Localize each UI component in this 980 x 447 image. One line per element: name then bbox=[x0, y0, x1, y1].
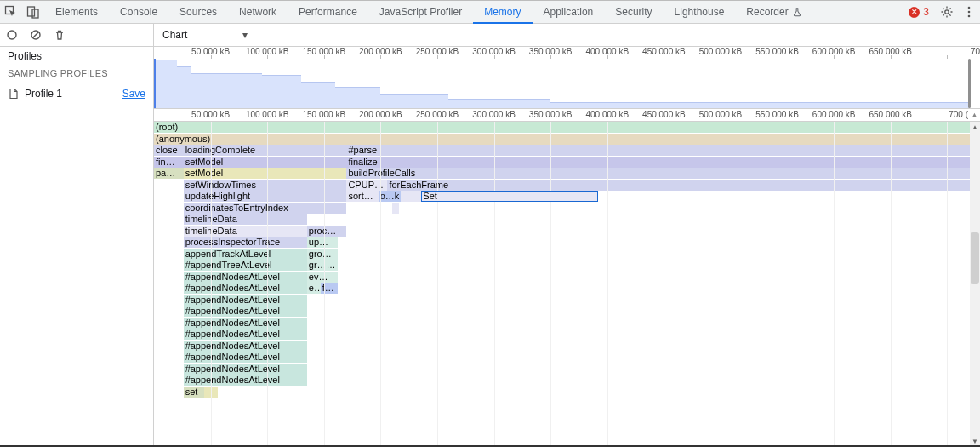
tab-application[interactable]: Application bbox=[533, 1, 605, 24]
flame-frame[interactable]: #appendNodesAtLevel bbox=[184, 352, 307, 363]
settings-gear-icon[interactable] bbox=[936, 1, 958, 23]
sidebar-header: Profiles bbox=[0, 47, 153, 66]
flame-chart[interactable]: (root)(anonymous)closeloadingComplete#pa… bbox=[154, 122, 980, 446]
flame-frame[interactable] bbox=[401, 191, 421, 202]
ruler-tick: 70 bbox=[971, 47, 980, 56]
flame-frame[interactable]: coordinatesToEntryIndex bbox=[184, 203, 347, 214]
flame-frame[interactable]: #appendNodesAtLevel bbox=[184, 329, 307, 340]
flame-frame[interactable]: o…k bbox=[379, 191, 402, 202]
scrollbar-thumb[interactable] bbox=[971, 232, 979, 284]
ruler-tick: 200 000 kB bbox=[359, 110, 402, 119]
panel-tabs: ElementsConsoleSourcesNetworkPerformance… bbox=[44, 1, 813, 23]
record-button[interactable] bbox=[0, 29, 24, 41]
flame-frame[interactable]: ev…ew bbox=[307, 272, 338, 283]
overview-handle[interactable] bbox=[968, 59, 971, 108]
more-menu-icon[interactable] bbox=[958, 1, 980, 23]
tab-console[interactable]: Console bbox=[109, 1, 168, 24]
tab-label: Memory bbox=[484, 6, 521, 18]
tab-javascript-profiler[interactable]: JavaScript Profiler bbox=[368, 1, 473, 24]
flame-frame[interactable]: (anonymous) bbox=[154, 134, 970, 145]
tab-performance[interactable]: Performance bbox=[288, 1, 368, 24]
tab-label: Elements bbox=[55, 6, 98, 18]
ruler-tick: 500 000 kB bbox=[699, 110, 743, 119]
device-toolbar-icon[interactable] bbox=[22, 1, 44, 23]
tab-network[interactable]: Network bbox=[228, 1, 288, 24]
flame-frame[interactable]: gro…ts bbox=[307, 249, 338, 260]
flame-frame[interactable]: set bbox=[184, 387, 204, 398]
flame-frame[interactable]: (root) bbox=[154, 122, 970, 133]
flame-ruler: 50 000 kB100 000 kB150 000 kB200 000 kB2… bbox=[154, 109, 980, 122]
flame-frame[interactable]: processInspectorTrace bbox=[184, 237, 307, 248]
flame-frame[interactable]: #parse bbox=[346, 145, 970, 156]
ruler-tick: 400 000 kB bbox=[585, 110, 629, 119]
overview-pane[interactable]: 50 000 kB100 000 kB150 000 kB200 000 kB2… bbox=[154, 47, 980, 109]
flame-frame[interactable]: #appendNodesAtLevel bbox=[184, 341, 307, 352]
flame-frame[interactable]: timelineData bbox=[184, 226, 307, 237]
flame-frame[interactable]: CPUP…del bbox=[346, 180, 387, 191]
flame-frame[interactable]: up…up bbox=[307, 237, 338, 248]
save-profile-link[interactable]: Save bbox=[122, 88, 145, 100]
tab-sources[interactable]: Sources bbox=[168, 1, 228, 24]
flame-frame[interactable]: #appendNodesAtLevel bbox=[184, 375, 307, 386]
flame-frame[interactable]: #appendNodesAtLevel bbox=[184, 283, 307, 294]
flame-frame[interactable]: sort…ples bbox=[346, 191, 378, 202]
flame-frame[interactable]: e… bbox=[307, 283, 321, 294]
flame-frame[interactable] bbox=[392, 203, 399, 214]
flame-frame[interactable]: gr…ew bbox=[307, 260, 338, 271]
overview-bar bbox=[262, 75, 302, 108]
tab-security[interactable]: Security bbox=[604, 1, 663, 24]
flame-frame[interactable]: appendTrackAtLevel bbox=[184, 249, 307, 260]
flame-frame[interactable]: #appendTreeAtLevel bbox=[184, 260, 307, 271]
flame-frame[interactable]: fin…ce bbox=[154, 157, 184, 168]
flame-frame[interactable]: #appendNodesAtLevel bbox=[184, 306, 307, 317]
ruler-tick: 250 000 kB bbox=[416, 110, 459, 119]
flame-frame[interactable]: f…r bbox=[321, 283, 338, 294]
view-select[interactable]: Chart ▾ bbox=[159, 26, 251, 43]
flame-frame[interactable]: timelineData bbox=[184, 214, 307, 225]
flame-frame[interactable]: setModel bbox=[184, 168, 347, 179]
tab-label: Recorder bbox=[746, 6, 788, 18]
flame-frame[interactable]: updateHighlight bbox=[184, 191, 347, 202]
flame-frame[interactable]: finalize bbox=[346, 157, 970, 168]
ruler-tick: 700 ( bbox=[949, 110, 968, 119]
delete-profile-button[interactable] bbox=[48, 29, 71, 41]
view-select-value: Chart bbox=[162, 29, 187, 41]
inspect-element-icon[interactable] bbox=[0, 1, 22, 23]
clear-button[interactable] bbox=[24, 29, 48, 41]
flame-frame[interactable]: #appendNodesAtLevel bbox=[184, 364, 307, 375]
flame-frame[interactable]: #appendNodesAtLevel bbox=[184, 295, 307, 306]
scroll-down-icon[interactable]: ▼ bbox=[970, 436, 980, 446]
profile-item[interactable]: Profile 1 Save bbox=[0, 82, 153, 106]
flame-frame[interactable]: proc…ata bbox=[307, 226, 347, 237]
flame-frame[interactable]: loadingComplete bbox=[184, 145, 347, 156]
flame-frame[interactable]: close bbox=[154, 145, 184, 156]
ruler-tick: 350 000 kB bbox=[529, 110, 573, 119]
flame-scrollbar[interactable]: ▲ ▼ bbox=[970, 122, 980, 446]
tab-label: Lighthouse bbox=[675, 6, 725, 18]
flame-frame[interactable]: forEachFrame bbox=[387, 180, 970, 191]
flame-frame[interactable]: setWindowTimes bbox=[184, 180, 347, 191]
tab-lighthouse[interactable]: Lighthouse bbox=[664, 1, 736, 24]
tab-recorder[interactable]: Recorder bbox=[735, 1, 812, 24]
flame-frame[interactable]: #appendNodesAtLevel bbox=[184, 272, 307, 283]
flame-frame[interactable]: #appendNodesAtLevel bbox=[184, 318, 307, 329]
ruler-tick: 450 000 kB bbox=[642, 110, 686, 119]
overview-bar bbox=[448, 99, 550, 108]
scroll-up-icon[interactable]: ▲ bbox=[970, 122, 980, 132]
flame-frame[interactable]: Set bbox=[421, 191, 598, 202]
ruler-tick: 550 000 kB bbox=[755, 110, 799, 119]
overview-ruler: 50 000 kB100 000 kB150 000 kB200 000 kB2… bbox=[154, 47, 980, 59]
flame-frame[interactable]: buildProfileCalls bbox=[346, 168, 970, 179]
tab-label: Performance bbox=[299, 6, 357, 18]
error-count-badge[interactable]: ✕ 3 bbox=[902, 1, 936, 23]
flask-icon bbox=[792, 7, 802, 17]
ruler-tick: 300 000 kB bbox=[472, 110, 516, 119]
overview-position-indicator[interactable] bbox=[154, 59, 156, 108]
svg-point-7 bbox=[8, 31, 16, 39]
tab-memory[interactable]: Memory bbox=[473, 1, 532, 24]
flame-frame[interactable] bbox=[204, 387, 218, 398]
svg-point-4 bbox=[968, 7, 971, 9]
tab-elements[interactable]: Elements bbox=[44, 1, 109, 24]
flame-frame[interactable]: pa…at bbox=[154, 168, 184, 179]
flame-frame[interactable]: setModel bbox=[184, 157, 347, 168]
